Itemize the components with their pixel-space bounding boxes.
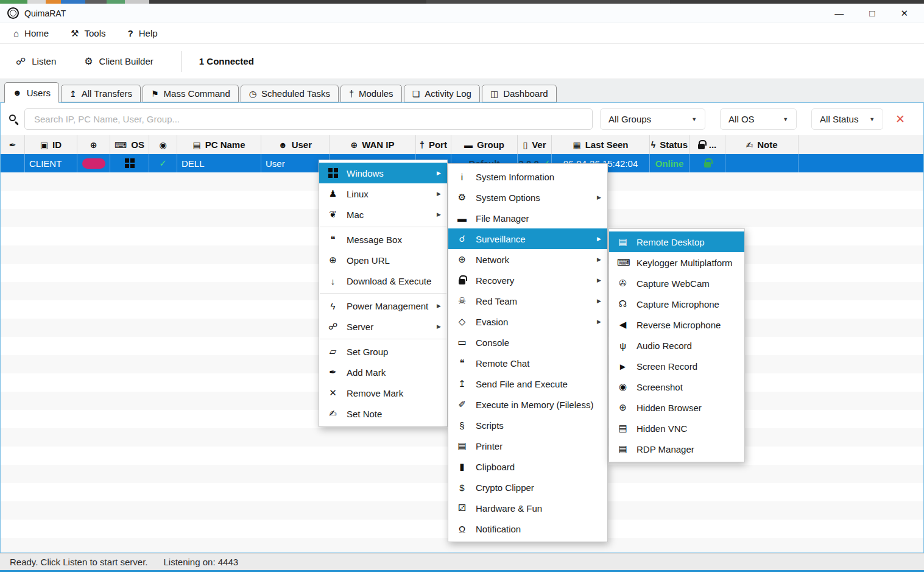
menu-item-open-url[interactable]: ⊕Open URL bbox=[319, 250, 447, 270]
tab-all-transfers[interactable]: ↥All Transfers bbox=[61, 85, 141, 102]
tab-modules[interactable]: †Modules bbox=[340, 85, 402, 102]
column-header-port[interactable]: †Port bbox=[416, 135, 451, 154]
menu-item-file-manager[interactable]: ▬File Manager bbox=[448, 208, 607, 228]
menu-item-remove-mark[interactable]: ✕Remove Mark bbox=[319, 383, 447, 403]
column-header-last-seen[interactable]: ▦Last Seen bbox=[552, 135, 650, 154]
menu-item-clipboard[interactable]: ▮Clipboard bbox=[448, 456, 607, 477]
menu-item-linux[interactable]: ♟Linux▶ bbox=[319, 183, 447, 204]
scheduled-tasks-tab-icon: ◷ bbox=[249, 89, 256, 99]
add-mark-icon: ✒ bbox=[327, 367, 339, 378]
menubar-item-tools[interactable]: ⚒Tools bbox=[71, 28, 105, 39]
close-button[interactable]: ✕ bbox=[900, 9, 908, 18]
menu-item-rdp-manager[interactable]: ▤RDP Manager bbox=[609, 439, 744, 459]
menubar-item-help[interactable]: ?Help bbox=[128, 28, 158, 38]
menu-item-server[interactable]: ☍Server▶ bbox=[319, 316, 447, 337]
menubar-item-home[interactable]: ⌂Home bbox=[13, 28, 49, 38]
filter-all-status[interactable]: All Status▼ bbox=[811, 108, 883, 130]
menu-item-hidden-vnc[interactable]: ▤Hidden VNC bbox=[609, 418, 744, 439]
column-header-ver[interactable]: ▯Ver bbox=[518, 135, 552, 154]
menu-item-audio-record[interactable]: ψAudio Record bbox=[609, 335, 744, 356]
minimize-button[interactable]: — bbox=[834, 9, 844, 18]
capture-microphone-icon: ☊ bbox=[617, 298, 629, 309]
menu-item-send-file-and-execute[interactable]: ↥Send File and Execute bbox=[448, 373, 607, 394]
menu-item-label: Capture WebCam bbox=[637, 278, 738, 289]
clear-filters-button[interactable]: ✕ bbox=[895, 113, 905, 125]
column-header-pin[interactable]: ✒ bbox=[1, 135, 25, 154]
menu-item-screenshot[interactable]: ◉Screenshot bbox=[609, 376, 744, 397]
scripts-icon: § bbox=[456, 420, 468, 431]
menu-item-console[interactable]: ▭Console bbox=[448, 332, 607, 353]
tab-label: Mass Command bbox=[164, 88, 230, 99]
menu-item-hidden-browser[interactable]: ⊕Hidden Browser bbox=[609, 397, 744, 418]
menu-item-reverse-microphone[interactable]: ◀Reverse Microphone bbox=[609, 314, 744, 335]
app-logo-icon bbox=[7, 7, 19, 19]
menu-item-crypto-clipper[interactable]: $Crypto Clipper bbox=[448, 477, 607, 498]
tab-dashboard[interactable]: ◫Dashboard bbox=[482, 85, 557, 102]
menu-item-mac[interactable]: ❦Mac▶ bbox=[319, 204, 447, 225]
col-lock-icon bbox=[698, 144, 705, 149]
column-header-wan-ip[interactable]: ⊕WAN IP bbox=[330, 135, 416, 154]
toolbar-item-client-builder[interactable]: ⚙Client Builder bbox=[84, 55, 153, 67]
listening-port: Listening on: 4443 bbox=[163, 557, 238, 567]
menu-item-printer[interactable]: ▤Printer bbox=[448, 436, 607, 456]
notification-icon: Ω bbox=[456, 524, 468, 534]
tab-mass-command[interactable]: ⚑Mass Command bbox=[143, 85, 239, 102]
column-header-id[interactable]: ▣ID bbox=[25, 135, 77, 154]
title-bar[interactable]: QuimaRAT — □ ✕ bbox=[0, 4, 924, 23]
menu-item-windows[interactable]: Windows▶ bbox=[319, 163, 447, 183]
menu-item-network[interactable]: ⊕Network▶ bbox=[448, 249, 607, 270]
menu-item-scripts[interactable]: §Scripts bbox=[448, 415, 607, 436]
column-header-pc-name[interactable]: ▤PC Name bbox=[177, 135, 261, 154]
menu-item-notification[interactable]: ΩNotification bbox=[448, 518, 607, 539]
column-header-lock[interactable]: ... bbox=[689, 135, 725, 154]
menu-item-set-group[interactable]: ▱Set Group bbox=[319, 341, 447, 362]
toolbar-item-listen[interactable]: ☍Listen bbox=[16, 55, 56, 67]
menu-item-recovery[interactable]: Recovery▶ bbox=[448, 270, 607, 291]
col-note-icon: ✍ bbox=[746, 140, 753, 150]
tool-bar: ☍Listen⚙Client Builder1 Connected bbox=[0, 44, 924, 79]
menu-item-download-execute[interactable]: ↓Download & Execute bbox=[319, 270, 447, 291]
menu-item-capture-webcam[interactable]: ✇Capture WebCam bbox=[609, 273, 744, 294]
menu-item-system-information[interactable]: iSystem Information bbox=[448, 166, 607, 187]
column-label: Ver bbox=[532, 139, 546, 150]
menu-item-screen-record[interactable]: ►Screen Record bbox=[609, 356, 744, 376]
col-status-icon: ϟ bbox=[651, 140, 655, 150]
menu-item-power-management[interactable]: ϟPower Management▶ bbox=[319, 295, 447, 316]
menu-item-system-options[interactable]: ⚙System Options▶ bbox=[448, 187, 607, 208]
app-window: QuimaRAT — □ ✕ ⌂Home⚒Tools?Help ☍Listen⚙… bbox=[0, 0, 924, 572]
column-header-note[interactable]: ✍Note bbox=[725, 135, 799, 154]
cell-pin bbox=[1, 154, 25, 172]
column-header-group[interactable]: ▬Group bbox=[451, 135, 518, 154]
tab-scheduled-tasks[interactable]: ◷Scheduled Tasks bbox=[241, 85, 339, 102]
col-last-seen-icon: ▦ bbox=[573, 140, 580, 150]
menu-item-add-mark[interactable]: ✒Add Mark bbox=[319, 362, 447, 383]
col-wan-ip-icon: ⊕ bbox=[350, 140, 358, 150]
tab-activity-log[interactable]: ❏Activity Log bbox=[404, 85, 480, 102]
tab-label: Users bbox=[27, 88, 51, 98]
menu-item-hardware-fun[interactable]: ⚂Hardware & Fun bbox=[448, 498, 607, 518]
menu-item-evasion[interactable]: ◇Evasion▶ bbox=[448, 311, 607, 332]
menu-item-execute-in-memory-fileless[interactable]: ✐Execute in Memory (Fileless) bbox=[448, 394, 607, 415]
column-header-os[interactable]: ⌨OS bbox=[110, 135, 149, 154]
menu-item-red-team[interactable]: ☠Red Team▶ bbox=[448, 291, 607, 311]
tab-users[interactable]: ☻Users bbox=[4, 82, 59, 103]
menu-item-remote-chat[interactable]: ❝Remote Chat bbox=[448, 353, 607, 373]
filter-all-os[interactable]: All OS▼ bbox=[720, 108, 797, 130]
column-header-webcam[interactable]: ◉ bbox=[149, 135, 177, 154]
menu-item-label: Clipboard bbox=[476, 462, 601, 472]
search-input[interactable] bbox=[24, 108, 593, 130]
maximize-button[interactable]: □ bbox=[869, 9, 875, 18]
menu-item-keylogger-multiplatform[interactable]: ⌨Keylogger Multiplatform bbox=[609, 252, 744, 273]
menu-item-surveillance[interactable]: ☌Surveillance▶ bbox=[448, 228, 607, 249]
column-header-user[interactable]: ☻User bbox=[261, 135, 330, 154]
column-header-status[interactable]: ϟStatus bbox=[650, 135, 689, 154]
menu-item-remote-desktop[interactable]: ▤Remote Desktop bbox=[609, 231, 744, 252]
column-header-country[interactable]: ⊕ bbox=[77, 135, 110, 154]
menu-item-capture-microphone[interactable]: ☊Capture Microphone bbox=[609, 294, 744, 314]
menu-item-message-box[interactable]: ❝Message Box bbox=[319, 229, 447, 250]
menu-item-set-note[interactable]: ✍Set Note bbox=[319, 403, 447, 424]
submenu-arrow-icon: ▶ bbox=[597, 277, 601, 283]
submenu-arrow-icon: ▶ bbox=[437, 211, 441, 217]
toolbar-separator bbox=[182, 51, 182, 72]
filter-all-groups[interactable]: All Groups▼ bbox=[600, 108, 705, 130]
